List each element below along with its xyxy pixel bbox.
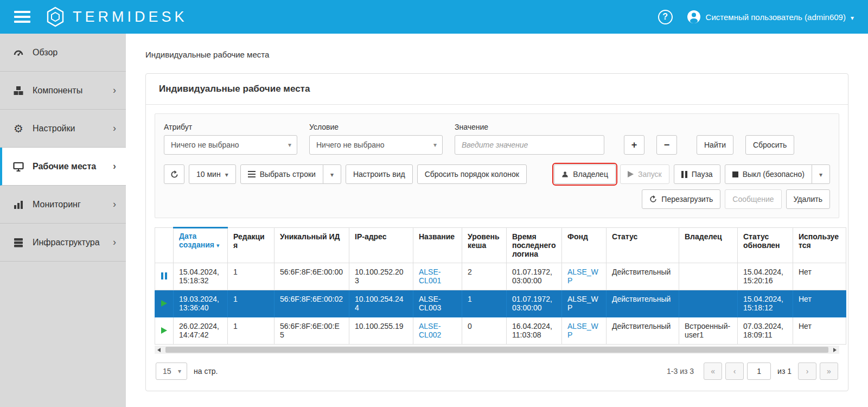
sidebar-item-label: Настройки xyxy=(33,124,75,133)
sidebar: Обзор Компоненты › ⚙ Настройки › Рабочие… xyxy=(0,34,126,407)
table-row-selected[interactable]: 19.03.2024, 13:36:40 1 56:6F:8F:6E:00:02… xyxy=(155,290,846,317)
table-row[interactable]: 26.02.2024, 14:47:42 1 56:6F:8F:6E:00:E5… xyxy=(155,317,846,345)
table-row[interactable]: 15.04.2024, 15:18:32 1 56:6F:8F:6E:00:00… xyxy=(155,263,846,290)
horizontal-scrollbar[interactable] xyxy=(155,346,839,354)
cell-cache: 2 xyxy=(462,263,507,290)
workplaces-panel: Индивидуальные рабочие места Атрибут Нич… xyxy=(145,73,848,391)
col-last-login[interactable]: Время последнего логина xyxy=(507,228,562,263)
value-input[interactable] xyxy=(455,135,604,155)
refresh-icon xyxy=(170,170,178,179)
infrastructure-icon xyxy=(12,237,25,248)
cell-owner: Встроенный-user1 xyxy=(679,317,738,345)
col-cache[interactable]: Уровень кеша xyxy=(462,228,507,263)
brand: TERMIDESK xyxy=(44,6,188,28)
sidebar-item-settings[interactable]: ⚙ Настройки › xyxy=(0,110,126,148)
next-page-button[interactable]: › xyxy=(798,363,816,380)
last-page-button[interactable]: » xyxy=(820,363,838,380)
chevron-right-icon: › xyxy=(113,161,116,172)
sidebar-item-overview[interactable]: Обзор xyxy=(0,34,126,72)
reset-button[interactable]: Сбросить xyxy=(745,135,794,155)
col-created[interactable]: Дата создания ▾ xyxy=(174,228,228,263)
delete-button[interactable]: Удалить xyxy=(786,189,830,209)
refresh-button[interactable] xyxy=(164,164,184,184)
cell-last-login: 01.07.1972, 03:00:00 xyxy=(507,290,562,317)
workplace-link[interactable]: ALSE-CL001 xyxy=(419,268,441,285)
chevron-right-icon: › xyxy=(113,199,116,210)
cell-created: 26.02.2024, 14:47:42 xyxy=(174,317,228,345)
sidebar-item-label: Мониторинг xyxy=(33,200,81,209)
page-of-label: из 1 xyxy=(777,367,792,376)
page-input[interactable] xyxy=(747,363,771,380)
col-pool[interactable]: Фонд xyxy=(562,228,607,263)
chevron-down-icon xyxy=(225,170,228,179)
cell-uid: 56:6F:8F:6E:00:00 xyxy=(275,263,349,290)
condition-select[interactable]: Ничего не выбрано xyxy=(309,135,443,155)
col-owner[interactable]: Владелец xyxy=(679,228,738,263)
play-icon xyxy=(628,171,634,177)
table-header-row: Дата создания ▾ Редакция Уникальный ИД I… xyxy=(155,228,846,263)
col-uid[interactable]: Уникальный ИД xyxy=(275,228,349,263)
col-name[interactable]: Название xyxy=(413,228,462,263)
col-ip[interactable]: IP-адрес xyxy=(349,228,413,263)
interval-dropdown[interactable]: 10 мин xyxy=(189,164,236,184)
sidebar-item-monitoring[interactable]: Мониторинг › xyxy=(0,186,126,224)
owner-button[interactable]: Владелец xyxy=(554,164,616,184)
list-icon xyxy=(248,171,256,177)
help-icon[interactable]: ? xyxy=(658,10,673,24)
pool-link[interactable]: ALSE_WP xyxy=(567,268,598,285)
attribute-select[interactable]: Ничего не выбрано xyxy=(164,135,297,155)
select-rows-button[interactable]: Выбрать строки xyxy=(240,164,323,184)
menu-icon[interactable] xyxy=(14,11,30,23)
workplace-link[interactable]: ALSE-CL002 xyxy=(419,322,441,339)
pool-link[interactable]: ALSE_WP xyxy=(567,322,598,339)
start-button[interactable]: Запуск xyxy=(620,164,669,184)
chevron-down-icon xyxy=(851,12,854,22)
workplace-link[interactable]: ALSE-CL003 xyxy=(419,295,441,312)
col-revision[interactable]: Редакция xyxy=(228,228,275,263)
cell-status-updated: 07.03.2024, 18:09:11 xyxy=(738,317,793,345)
pause-button[interactable]: Пауза xyxy=(674,164,720,184)
prev-page-button[interactable]: ‹ xyxy=(725,363,744,380)
condition-select-value: Ничего не выбрано xyxy=(316,141,385,149)
cell-last-login: 01.07.1972, 03:00:00 xyxy=(507,263,562,290)
col-state xyxy=(155,228,174,263)
sidebar-item-infrastructure[interactable]: Инфраструктура › xyxy=(0,224,126,262)
person-icon xyxy=(561,171,569,178)
col-status-updated[interactable]: Статус обновлен xyxy=(738,228,793,263)
col-used[interactable]: Используется xyxy=(793,228,846,263)
col-status[interactable]: Статус xyxy=(607,228,679,263)
scroll-left-icon[interactable] xyxy=(155,346,163,354)
power-off-dropdown[interactable] xyxy=(812,164,830,184)
cell-owner xyxy=(679,290,738,317)
cell-used: Нет xyxy=(793,317,846,345)
chevron-right-icon: › xyxy=(113,123,116,134)
scroll-right-icon[interactable] xyxy=(831,346,839,354)
find-button[interactable]: Найти xyxy=(697,135,733,155)
cell-status: Действительный xyxy=(607,263,679,290)
dashboard-icon xyxy=(12,47,25,58)
cell-status: Действительный xyxy=(607,317,679,345)
sidebar-item-label: Рабочие места xyxy=(33,162,96,171)
user-menu[interactable]: Системный пользователь (admin609) xyxy=(687,10,854,24)
pool-link[interactable]: ALSE_WP xyxy=(567,295,598,312)
cell-revision: 1 xyxy=(228,290,275,317)
cell-used: Нет xyxy=(793,263,846,290)
configure-view-button[interactable]: Настроить вид xyxy=(346,164,413,184)
first-page-button[interactable]: « xyxy=(704,363,722,380)
per-page-select[interactable]: 15 xyxy=(156,363,187,380)
cell-uid: 56:6F:8F:6E:00:E5 xyxy=(275,317,349,345)
add-filter-button[interactable]: + xyxy=(624,135,644,155)
scrollbar-thumb[interactable] xyxy=(165,347,828,353)
pause-icon xyxy=(681,171,687,178)
reset-columns-button[interactable]: Сбросить порядок колонок xyxy=(417,164,527,184)
reboot-button[interactable]: Перезагрузить xyxy=(642,189,720,209)
message-button[interactable]: Сообщение xyxy=(725,189,781,209)
workplaces-icon xyxy=(12,161,25,172)
cell-last-login: 16.04.2024, 11:03:08 xyxy=(507,317,562,345)
select-rows-dropdown[interactable] xyxy=(323,164,341,184)
sidebar-item-components[interactable]: Компоненты › xyxy=(0,72,126,110)
remove-filter-button[interactable]: − xyxy=(656,135,677,155)
components-icon xyxy=(12,85,25,96)
sidebar-item-workplaces[interactable]: Рабочие места › xyxy=(0,148,126,186)
power-off-safe-button[interactable]: Выкл (безопасно) xyxy=(725,164,812,184)
